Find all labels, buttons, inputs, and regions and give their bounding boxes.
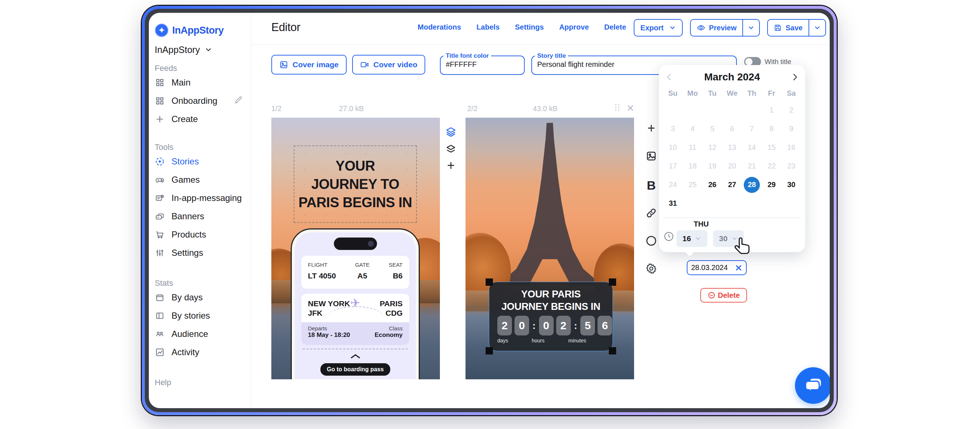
- calendar-day[interactable]: 16: [781, 138, 801, 157]
- calendar-day[interactable]: 2: [781, 101, 801, 119]
- slide2-close-icon[interactable]: ✕: [627, 103, 635, 114]
- layers-back-icon[interactable]: [445, 143, 457, 154]
- delete-schedule-button[interactable]: Delete: [700, 288, 747, 303]
- calendar-icon: [155, 292, 165, 303]
- slide1-index: 1/2: [271, 105, 282, 113]
- sidebar-item-stories[interactable]: Stories: [155, 153, 251, 171]
- calendar-day[interactable]: 5: [702, 119, 722, 138]
- selection-handle[interactable]: [609, 347, 616, 354]
- sidebar-item-audience[interactable]: Audience: [155, 325, 251, 343]
- preview-dropdown[interactable]: [742, 20, 759, 36]
- slide2-drag-handle-icon[interactable]: [614, 103, 620, 113]
- sidebar-item-by-days[interactable]: By days: [155, 288, 251, 307]
- calendar-day[interactable]: 9: [781, 119, 801, 138]
- scheduled-date-field[interactable]: 28.03.2024: [687, 260, 747, 275]
- calendar-day[interactable]: 3: [663, 119, 683, 138]
- calendar-day[interactable]: 19: [702, 157, 722, 175]
- slide1-canvas[interactable]: YOUR JOURNEY TO PARIS BEGINS IN FLIGHTLT…: [271, 118, 440, 379]
- shape-tool-icon[interactable]: [646, 235, 657, 247]
- countdown-digits: 2 0 : 0 2 : 5 6: [497, 316, 612, 335]
- sidebar-item-in-app-messaging[interactable]: In-app-messaging: [155, 189, 251, 207]
- calendar-day[interactable]: 17: [663, 157, 683, 175]
- link-tool-icon[interactable]: [646, 207, 657, 219]
- add-slide-icon[interactable]: +: [445, 160, 457, 172]
- cover-image-button[interactable]: Cover image: [271, 55, 347, 75]
- insert-image-icon[interactable]: [646, 150, 657, 162]
- calendar-day[interactable]: 21: [742, 157, 762, 175]
- sidebar-item-settings[interactable]: Settings: [155, 244, 251, 262]
- chat-widget-button[interactable]: [795, 367, 830, 404]
- countdown-widget[interactable]: YOUR PARIS JOURNEY BEGINS IN 2 0 : 0 2 :…: [489, 282, 612, 351]
- sidebar-item-games[interactable]: Games: [155, 171, 251, 189]
- nav-moderations[interactable]: Moderations: [418, 23, 461, 32]
- sidebar-item-banners[interactable]: Banners: [155, 207, 251, 226]
- calendar-day[interactable]: 8: [762, 119, 781, 138]
- calendar-day[interactable]: 6: [722, 119, 742, 138]
- calendar-day[interactable]: 22: [762, 157, 781, 175]
- add-element-icon[interactable]: +: [646, 122, 657, 134]
- slide2-canvas[interactable]: YOUR PARIS JOURNEY BEGINS IN 2 0 : 0 2 :…: [466, 118, 634, 379]
- banners-icon: [155, 211, 165, 221]
- scheduled-date-value: 28.03.2024: [691, 264, 734, 272]
- workspace-dropdown[interactable]: InAppStory: [155, 43, 251, 56]
- minute-select[interactable]: 30: [713, 230, 744, 247]
- logo-text: InAppStory: [172, 25, 224, 36]
- calendar-day[interactable]: 26: [702, 175, 722, 194]
- calendar-day[interactable]: 14: [742, 138, 762, 157]
- selection-handle[interactable]: [609, 278, 616, 286]
- layers-front-icon[interactable]: [445, 126, 457, 138]
- calendar-day[interactable]: 1: [762, 101, 781, 119]
- sidebar-item-create[interactable]: Create: [155, 110, 251, 128]
- stories-icon: [155, 156, 165, 167]
- sidebar-item-onboarding[interactable]: Onboarding: [155, 92, 251, 110]
- calendar-day[interactable]: 18: [683, 157, 702, 175]
- settings-gear-icon[interactable]: [646, 263, 657, 275]
- selection-handle[interactable]: [485, 278, 493, 286]
- calendar-day[interactable]: 11: [683, 138, 702, 157]
- minus-circle-icon: [708, 291, 716, 299]
- calendar-day[interactable]: 10: [663, 138, 683, 157]
- title-font-color-field[interactable]: Title font color #FFFFFF: [440, 52, 525, 75]
- calendar-day[interactable]: 7: [742, 119, 762, 138]
- clear-date-icon[interactable]: [734, 264, 743, 272]
- save-dropdown[interactable]: [808, 20, 825, 36]
- calendar-day[interactable]: 28: [742, 175, 762, 194]
- cover-video-button[interactable]: Cover video: [352, 55, 425, 75]
- cart-icon: [155, 229, 165, 240]
- calendar-day[interactable]: 20: [722, 157, 742, 175]
- sidebar-item-products[interactable]: Products: [155, 226, 251, 244]
- text-tool-icon[interactable]: B: [646, 180, 657, 191]
- nav-labels[interactable]: Labels: [476, 23, 500, 32]
- calendar-day[interactable]: 25: [683, 175, 702, 194]
- preview-button[interactable]: Preview: [690, 19, 760, 37]
- app-window-frame: ✦ InAppStory InAppStory Feeds Main Onboa…: [142, 6, 837, 415]
- calendar-day[interactable]: 12: [702, 138, 722, 157]
- hour-select[interactable]: 16: [676, 230, 707, 247]
- header-nav: Moderations Labels Settings Approve Dele…: [418, 23, 626, 32]
- nav-delete[interactable]: Delete: [604, 23, 626, 32]
- sidebar-item-by-stories[interactable]: By stories: [155, 307, 251, 325]
- calendar-day[interactable]: 27: [722, 175, 742, 194]
- boarding-pass-cta[interactable]: Go to boarding pass: [320, 363, 391, 376]
- logo[interactable]: ✦ InAppStory: [155, 23, 251, 38]
- calendar-next-icon[interactable]: [785, 72, 805, 82]
- save-button[interactable]: Save: [767, 19, 826, 37]
- selection-handle[interactable]: [485, 347, 493, 354]
- edit-pencil-icon[interactable]: [234, 96, 243, 106]
- sidebar-item-main[interactable]: Main: [155, 73, 251, 92]
- export-button[interactable]: Export: [634, 19, 682, 37]
- nav-approve[interactable]: Approve: [559, 23, 589, 32]
- calendar-day[interactable]: 4: [683, 119, 702, 138]
- calendar-prev-icon[interactable]: [659, 72, 679, 82]
- save-icon: [774, 24, 782, 32]
- calendar-day[interactable]: 31: [663, 194, 683, 213]
- calendar-day[interactable]: 15: [762, 138, 781, 157]
- sidebar-item-activity[interactable]: Activity: [155, 343, 251, 361]
- slide1-text-selection[interactable]: YOUR JOURNEY TO PARIS BEGINS IN: [294, 145, 417, 223]
- calendar-day[interactable]: 13: [722, 138, 742, 157]
- calendar-day[interactable]: 23: [781, 157, 801, 175]
- calendar-day[interactable]: 24: [663, 175, 683, 194]
- calendar-day[interactable]: 30: [781, 175, 801, 194]
- calendar-day[interactable]: 29: [762, 175, 781, 194]
- nav-settings[interactable]: Settings: [515, 23, 544, 32]
